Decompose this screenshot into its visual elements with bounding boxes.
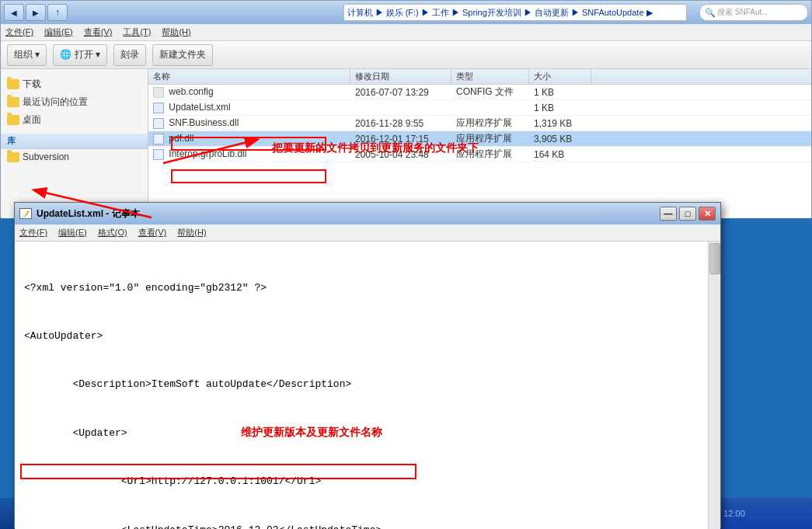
content-line-4: <Updater> [24, 426, 711, 442]
sidebar-item-subversion[interactable]: Subversion [1, 149, 148, 165]
col-header-size[interactable]: 大小 [529, 69, 591, 84]
file-name-cell: pdf.dll [148, 133, 350, 144]
file-list-header: 名称 修改日期 类型 大小 [148, 69, 811, 85]
titlebar-nav: ◀ ▶ ↑ [4, 4, 340, 21]
file-date-cell: 2016-11-28 9:55 [350, 118, 451, 129]
address-path: 计算机 ▶ 娱乐 (F:) ▶ 工作 ▶ Spring开发培训 ▶ 自动更新 ▶… [347, 7, 653, 19]
scrollbar-vertical[interactable] [708, 242, 720, 529]
forward-button[interactable]: ▶ [26, 4, 46, 21]
menu-file[interactable]: 文件(F) [5, 26, 33, 38]
table-row[interactable]: pdf.dll 2016-12-01 17:15 应用程序扩展 3,905 KB [148, 131, 811, 147]
search-box[interactable]: 🔍 搜索 SNFAut... [699, 4, 808, 21]
file-icon [153, 134, 164, 144]
content-line-3: <Description>ItemSoft autoUpdate</Descri… [24, 377, 711, 393]
table-row[interactable]: SNF.Business.dll 2016-11-28 9:55 应用程序扩展 … [148, 116, 811, 131]
col-header-date[interactable]: 修改日期 [350, 69, 451, 84]
notepad-menu-file[interactable]: 文件(F) [19, 227, 47, 238]
sidebar-item-download[interactable]: 下载 [1, 75, 148, 93]
content-line-6: <LastUpdateTime>2016-12-02</LastUpdateTi… [24, 523, 711, 529]
file-date-cell: 2016-07-07 13:29 [350, 87, 451, 98]
notepad-menu-edit[interactable]: 编辑(E) [58, 227, 87, 238]
close-button[interactable]: ✕ [699, 207, 716, 221]
file-icon [153, 103, 164, 113]
notepad-menu-view[interactable]: 查看(V) [138, 227, 167, 238]
file-type-cell: CONFIG 文件 [451, 85, 529, 99]
file-size-cell: 1 KB [529, 87, 591, 98]
file-date-cell: 2005-10-04 23:48 [350, 149, 451, 160]
notepad-controls: — □ ✕ [660, 207, 716, 221]
back-button[interactable]: ◀ [4, 4, 24, 21]
search-placeholder: 搜索 SNFAut... [717, 7, 768, 18]
table-row[interactable]: UpdateList.xml 1 KB [148, 100, 811, 116]
menu-edit[interactable]: 编辑(E) [44, 26, 73, 38]
menu-view[interactable]: 查看(V) [84, 26, 113, 38]
notepad-titlebar: 📝 UpdateList.xml - 记事本 — □ ✕ [15, 203, 720, 224]
table-row[interactable]: web.config 2016-07-07 13:29 CONFIG 文件 1 … [148, 85, 811, 100]
sidebar-item-recent-label: 最近访问的位置 [23, 96, 88, 109]
file-size-cell: 1,319 KB [529, 118, 591, 129]
col-header-name[interactable]: 名称 [148, 69, 350, 84]
file-icon [153, 87, 164, 98]
open-button[interactable]: 🌐 打开 ▾ [53, 44, 107, 66]
notepad-icon: 📝 [19, 208, 32, 219]
notepad-content[interactable]: <?xml version="1.0" encoding="gb2312" ?>… [15, 242, 720, 529]
minimize-button[interactable]: — [660, 207, 677, 221]
folder-icon [7, 115, 19, 125]
burn-button[interactable]: 刻录 [113, 44, 146, 66]
notepad-menu-help[interactable]: 帮助(H) [177, 227, 206, 238]
sidebar-item-recent[interactable]: 最近访问的位置 [1, 93, 148, 111]
explorer-titlebar: ◀ ▶ ↑ 计算机 ▶ 娱乐 (F:) ▶ 工作 ▶ Spring开发培训 ▶ … [1, 1, 811, 24]
file-name-cell: Interop.grproLib.dll [148, 148, 350, 160]
sidebar-group-library: 库 [1, 134, 148, 149]
content-line-2: <AutoUpdater> [24, 329, 711, 345]
file-type-cell: 应用程序扩展 [451, 148, 529, 161]
file-name-cell: SNF.Business.dll [148, 117, 350, 129]
file-size-cell: 164 KB [529, 149, 591, 160]
sidebar-item-desktop[interactable]: 桌面 [1, 111, 148, 129]
sidebar: 下载 最近访问的位置 桌面 库 Subversion [1, 69, 148, 218]
explorer-body: 下载 最近访问的位置 桌面 库 Subversion 名称 修改 [1, 69, 811, 218]
table-row[interactable]: Interop.grproLib.dll 2005-10-04 23:48 应用… [148, 147, 811, 162]
file-size-cell: 1 KB [529, 103, 591, 113]
file-size-cell: 3,905 KB [529, 134, 591, 144]
search-icon: 🔍 [705, 8, 716, 18]
folder-icon [7, 79, 19, 89]
content-line-5: <Url>http://127.0.0.1:1001/</Url> [24, 474, 711, 490]
sidebar-item-desktop-label: 桌面 [23, 113, 41, 127]
scrollbar-thumb[interactable] [709, 243, 720, 274]
col-header-type[interactable]: 类型 [451, 69, 529, 84]
address-bar[interactable]: 计算机 ▶ 娱乐 (F:) ▶ 工作 ▶ Spring开发培训 ▶ 自动更新 ▶… [343, 4, 688, 21]
file-name-cell: UpdateList.xml [148, 102, 350, 113]
up-button[interactable]: ↑ [47, 4, 68, 21]
clock: 12:00 [723, 509, 745, 518]
notepad-menu-format[interactable]: 格式(O) [98, 227, 127, 238]
path-text: 计算机 ▶ 娱乐 (F:) ▶ 工作 ▶ Spring开发培训 ▶ 自动更新 ▶… [347, 7, 653, 19]
new-folder-button[interactable]: 新建文件夹 [152, 44, 213, 66]
maximize-button[interactable]: □ [679, 207, 696, 221]
file-type-cell: 应用程序扩展 [451, 132, 529, 145]
content-line-1: <?xml version="1.0" encoding="gb2312" ?> [24, 280, 711, 297]
file-name-cell: web.config [148, 86, 350, 98]
notepad-menubar: 文件(F) 编辑(E) 格式(O) 查看(V) 帮助(H) [15, 224, 720, 242]
menu-help[interactable]: 帮助(H) [162, 26, 190, 38]
organize-button[interactable]: 组织 ▾ [7, 44, 47, 66]
notepad-title: 📝 UpdateList.xml - 记事本 [19, 207, 140, 221]
folder-icon [7, 152, 19, 162]
file-icon [153, 149, 164, 160]
file-type-cell: 应用程序扩展 [451, 117, 529, 130]
explorer-toolbar: 组织 ▾ 🌐 打开 ▾ 刻录 新建文件夹 [1, 41, 811, 69]
sidebar-item-download-label: 下载 [23, 78, 41, 91]
folder-icon [7, 97, 19, 107]
file-list-area: 名称 修改日期 类型 大小 web.config 2016-07-07 13:2… [148, 69, 811, 218]
explorer-menubar: 文件(F) 编辑(E) 查看(V) 工具(T) 帮助(H) [1, 24, 811, 41]
menu-tools[interactable]: 工具(T) [123, 26, 151, 38]
notepad-window: 📝 UpdateList.xml - 记事本 — □ ✕ 文件(F) 编辑(E)… [14, 202, 721, 528]
file-date-cell: 2016-12-01 17:15 [350, 134, 451, 144]
explorer-window: ◀ ▶ ↑ 计算机 ▶ 娱乐 (F:) ▶ 工作 ▶ Spring开发培训 ▶ … [0, 0, 812, 218]
file-icon [153, 118, 164, 129]
sidebar-item-subversion-label: Subversion [23, 151, 69, 162]
library-label: 库 [7, 136, 16, 145]
